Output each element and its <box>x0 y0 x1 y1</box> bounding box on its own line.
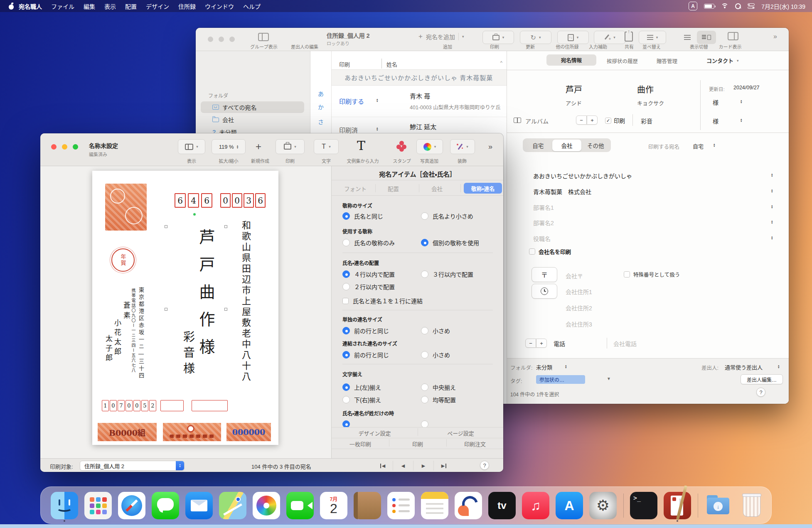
dock-messages-icon[interactable] <box>152 492 179 519</box>
more-toolbar-items-icon[interactable]: » <box>773 33 777 40</box>
index-letter[interactable]: さ <box>310 118 331 126</box>
battery-icon[interactable] <box>704 4 714 9</box>
postcard-preview[interactable]: 6 4 6 0 0 3 6 和歌山県田辺市上屋敷老中八十八 <box>92 171 278 445</box>
dock-downloads-icon[interactable]: ↓ <box>704 492 732 519</box>
dock-mail-icon[interactable] <box>185 492 213 519</box>
empty-frame[interactable] <box>192 400 228 411</box>
radio-option[interactable]: 均等配置 <box>421 395 456 404</box>
dock-calendar-icon[interactable]: 7月 2 <box>320 492 347 519</box>
other-books-button[interactable]: ↑↓ ▾ <box>557 31 589 44</box>
previous-record-button[interactable]: ◀ <box>393 461 413 471</box>
company-address2-field[interactable]: 会社住所2 <box>566 304 592 312</box>
checkbox-option[interactable]: 氏名と連名１を１行に連結 <box>342 297 423 305</box>
sender-name-text[interactable]: 太子郎 <box>103 335 114 363</box>
sidebar-item-all-recipients[interactable]: すべての宛名 <box>201 101 304 113</box>
sender-address-text[interactable]: 東京都港区赤坂一ニ―三十四 <box>137 287 145 380</box>
dock-reminders-icon[interactable] <box>387 492 415 519</box>
radio-option[interactable]: 前の行と同じ <box>342 351 389 359</box>
dock-terminal-icon[interactable]: >_ <box>630 492 657 519</box>
wifi-icon[interactable] <box>721 3 728 9</box>
honorific-value[interactable]: 様 <box>713 98 718 106</box>
menu-window[interactable]: ウインドウ <box>200 2 239 10</box>
dock-freeform-icon[interactable] <box>455 492 482 519</box>
column-print[interactable]: 印刷 <box>339 60 350 68</box>
stepper-icon[interactable]: ▴▾ <box>771 220 773 224</box>
phone-plus-button[interactable]: + <box>536 339 547 348</box>
close-button[interactable] <box>208 37 213 42</box>
help-button[interactable]: ? <box>480 461 489 470</box>
segment-home[interactable]: 自宅 <box>524 141 552 150</box>
radio-option[interactable]: 中央揃え <box>421 383 456 391</box>
photo-button[interactable]: ▾ <box>416 139 443 154</box>
illustration-stamp[interactable] <box>163 423 221 441</box>
list-group-header[interactable]: あおきいちごせいかかぶしきがいしゃ 青木苺製菓 <box>332 70 507 86</box>
print-button[interactable]: 印刷 <box>389 440 446 448</box>
list-row[interactable]: 印刷する ▴▾ 青木 苺 401-0003 山梨県大月市賑岡町ゆりケ丘 <box>332 86 507 117</box>
dock-facetime-icon[interactable] <box>286 492 314 519</box>
text-button[interactable]: T ▾ <box>314 139 339 154</box>
dept1-field[interactable]: 部署名1 <box>533 203 554 211</box>
tag-dropdown-icon[interactable]: ▼ <box>607 376 611 381</box>
selection-handle[interactable] <box>224 225 227 228</box>
dock-maps-icon[interactable] <box>219 492 246 519</box>
tag-pill[interactable]: 参加状の… <box>536 375 585 384</box>
stepper-icon[interactable]: ▴▾ <box>741 118 742 122</box>
tab-gift-management[interactable]: 贈答管理 <box>657 57 677 65</box>
recipient-name-text[interactable]: 芦戸曲作様 <box>194 229 217 366</box>
radio-option[interactable]: 氏名より小さめ <box>421 212 473 220</box>
tab-recipient-info[interactable]: 宛名情報 <box>546 54 596 66</box>
menu-design[interactable]: デザイン <box>141 2 174 10</box>
stepper-icon[interactable]: ▴▾ <box>778 364 780 368</box>
menu-clock[interactable]: 7月2日(水) 10:39 <box>761 2 805 10</box>
album-plus-button[interactable]: + <box>587 115 598 125</box>
view-toggle-split[interactable] <box>697 31 716 44</box>
sender-name-text[interactable]: 蒼素 <box>121 302 132 322</box>
radio-option[interactable]: 前の行と同じ <box>342 327 389 335</box>
job-title-field[interactable]: 役職名 <box>533 234 551 243</box>
history-button[interactable] <box>531 284 557 299</box>
tab-font[interactable]: フォント <box>344 184 367 193</box>
segment-company[interactable]: 会社 <box>552 140 581 151</box>
group-view-icon[interactable] <box>258 33 269 41</box>
special-number-checkbox[interactable]: 特殊番号として扱う <box>624 270 680 278</box>
radio-option[interactable]: 氏名の敬称のみ <box>342 238 395 247</box>
dock-music-icon[interactable]: ♫ <box>522 492 549 519</box>
help-button[interactable]: ? <box>756 388 765 397</box>
tab-layout[interactable]: 配置 <box>388 184 399 193</box>
sender-value[interactable]: 通常使う差出人 <box>725 363 763 371</box>
control-center-icon[interactable] <box>748 3 755 9</box>
recipient-name[interactable]: 青木 苺 <box>410 91 430 100</box>
company-kana-field[interactable]: あおきいちごせいかかぶしきがいしゃ <box>533 172 632 180</box>
radio-option[interactable]: ２行以内で配置 <box>342 282 395 291</box>
folder-value[interactable]: 未分類 <box>536 363 552 371</box>
print-target-value[interactable]: 自宅 <box>693 142 704 150</box>
input-assist-button[interactable]: + ▾ <box>594 31 625 44</box>
dock-appletv-icon[interactable]: tv <box>488 492 516 519</box>
menu-addressbook[interactable]: 住所録 <box>174 2 200 10</box>
dock-settings-icon[interactable]: ⚙ <box>589 492 617 519</box>
company-postal-field[interactable]: 会社〒 <box>566 272 583 280</box>
joint-name[interactable]: 彩音 <box>641 117 652 125</box>
print-one-button[interactable]: 一枚印刷 <box>332 440 389 448</box>
dock-appstore-icon[interactable]: A <box>556 492 583 519</box>
sender-edit-icon[interactable] <box>300 31 310 42</box>
more-toolbar-items-icon[interactable]: » <box>488 142 492 151</box>
postcard-decoration[interactable] <box>105 184 147 231</box>
menu-app-name[interactable]: 宛名職人 <box>14 2 47 10</box>
page-settings-button[interactable]: ページ設定 <box>418 429 503 437</box>
minimize-button[interactable] <box>62 144 67 150</box>
phrases-icon[interactable]: T <box>357 138 365 153</box>
apple-icon[interactable] <box>8 3 14 10</box>
company-address3-field[interactable]: 会社住所3 <box>566 320 592 328</box>
company-address1-field[interactable]: 会社住所1 <box>566 287 592 296</box>
share-icon[interactable]: ↑ <box>625 32 633 42</box>
contact-first-kana[interactable]: キョクサク <box>637 99 664 107</box>
postal-lookup-button[interactable]: 〒 <box>531 267 557 282</box>
recipient-postal-code[interactable]: 0 0 3 6 <box>220 193 266 208</box>
radio-option[interactable]: 小さめ <box>421 327 450 335</box>
segment-other[interactable]: その他 <box>581 141 610 150</box>
stepper-icon[interactable]: ▴▾ <box>714 143 715 147</box>
view-button[interactable]: ▾ <box>178 139 205 154</box>
tab-company[interactable]: 会社 <box>431 184 443 193</box>
print-order-button[interactable]: 印刷注文 <box>446 440 503 448</box>
